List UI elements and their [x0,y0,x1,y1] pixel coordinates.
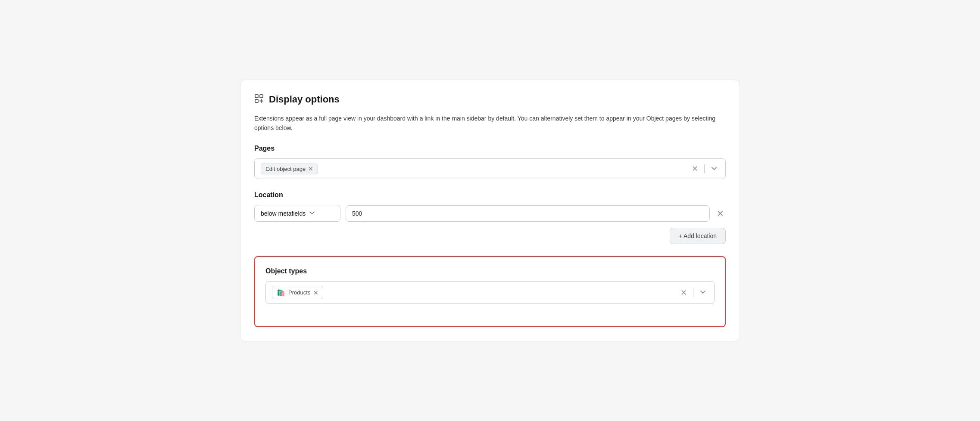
object-types-multi-select[interactable]: 🛍️ Products ✕ ✕ [265,281,715,304]
object-types-section-label: Object types [265,267,715,275]
svg-rect-0 [255,95,258,98]
edit-object-page-tag-label: Edit object page [265,166,306,172]
object-types-tags: 🛍️ Products ✕ [272,286,323,299]
add-location-label: + Add location [679,232,717,239]
card-header: Display options [254,94,726,105]
pages-section: Pages Edit object page ✕ ✕ [254,145,726,179]
display-options-card: Display options Extensions appear as a f… [240,80,740,342]
grid-icon [254,94,264,105]
svg-rect-2 [255,99,258,102]
edit-object-page-tag-close[interactable]: ✕ [308,166,313,172]
object-types-section: Object types 🛍️ Products ✕ ✕ [254,256,726,327]
location-section-label: Location [254,191,726,199]
object-types-field-actions: ✕ [679,288,708,297]
card-description: Extensions appear as a full page view in… [254,114,726,133]
object-types-clear-button[interactable]: ✕ [679,288,689,297]
pages-tags: Edit object page ✕ [261,164,318,174]
svg-rect-1 [260,95,263,98]
location-section: Location below metafields ✕ + Add locati… [254,191,726,244]
edit-object-page-tag: Edit object page ✕ [261,164,318,174]
add-location-button[interactable]: + Add location [670,228,726,244]
pages-multi-select[interactable]: Edit object page ✕ ✕ [254,158,726,179]
location-dropdown-value: below metafields [261,210,306,217]
products-tag-close[interactable]: ✕ [313,290,318,296]
pages-section-label: Pages [254,145,726,152]
object-types-divider [693,288,693,297]
location-row: below metafields ✕ [254,205,726,222]
location-order-input[interactable] [346,205,710,222]
card-title: Display options [269,94,340,105]
chevron-down-icon [309,210,315,217]
pages-divider [704,164,705,173]
products-tag-label: Products [288,289,310,296]
location-dropdown[interactable]: below metafields [254,205,340,222]
object-types-expand-button[interactable] [698,288,708,297]
products-tag: 🛍️ Products ✕ [272,286,323,299]
products-icon: 🛍️ [277,288,285,297]
add-location-row: + Add location [254,228,726,244]
pages-clear-button[interactable]: ✕ [690,164,700,173]
pages-field-actions: ✕ [690,164,719,174]
pages-expand-button[interactable] [709,164,719,174]
location-remove-button[interactable]: ✕ [715,207,726,220]
